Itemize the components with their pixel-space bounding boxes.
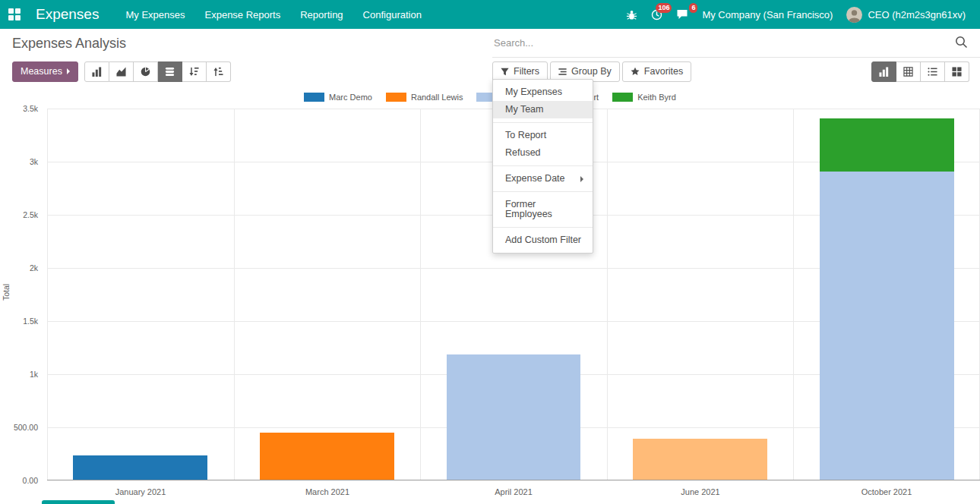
legend-item-keith-byrd[interactable]: Keith Byrd [612, 93, 676, 102]
graph-view: Marc DemoRandall LewisrtKeith Byrd Total… [0, 85, 980, 504]
gridline-vertical [47, 109, 48, 480]
gridline-vertical [607, 109, 608, 480]
y-axis-label: 2k [0, 263, 43, 272]
chart-bar-chart-button[interactable] [84, 61, 109, 82]
x-axis-label: June 2021 [607, 487, 794, 496]
search-bar [492, 29, 980, 58]
legend-label: Marc Demo [329, 93, 372, 102]
bar-october-2021[interactable] [820, 172, 954, 480]
group-by-button-label: Group By [571, 66, 612, 77]
filters-menu-item-add-custom-filter[interactable]: Add Custom Filter [493, 232, 593, 249]
legend-item-randall-lewis[interactable]: Randall Lewis [386, 93, 463, 102]
graph-icon [879, 67, 889, 77]
measures-button[interactable]: Measures [12, 61, 78, 82]
graph-toolbar: Measures [12, 61, 492, 82]
filters-menu-item-to-report[interactable]: To Report [493, 127, 593, 144]
company-switcher[interactable]: My Company (San Francisco) [695, 0, 839, 29]
chart-legend: Marc DemoRandall LewisrtKeith Byrd [0, 93, 980, 102]
menu-item-label: Refused [505, 148, 541, 158]
bar-april-2021[interactable] [447, 354, 581, 480]
favorites-button-label: Favorites [644, 66, 683, 77]
menu-item-label: Expense Date [505, 174, 565, 184]
legend-swatch [386, 93, 406, 102]
user-name: CEO (h2m2s3gn61xv) [868, 9, 966, 20]
chart-area-chart-button[interactable] [109, 61, 134, 82]
nav-item-expense-reports[interactable]: Expense Reports [195, 0, 291, 29]
bar-march-2021-randall-lewis[interactable] [260, 433, 394, 480]
area-chart-icon [116, 67, 126, 77]
user-menu[interactable]: CEO (h2m2s3gn61xv) [839, 0, 972, 29]
menu-divider [493, 191, 593, 192]
caret-right-icon [67, 68, 70, 74]
bar-january-2021-marc-demo[interactable] [73, 455, 207, 480]
apps-grid-icon [8, 8, 21, 20]
activities-button[interactable]: 106 [644, 0, 669, 29]
menu-item-label: To Report [505, 131, 546, 140]
x-axis-label: April 2021 [420, 487, 607, 496]
breadcrumb-area: Expenses Analysis [0, 29, 492, 58]
filters-menu-item-my-expenses[interactable]: My Expenses [493, 83, 593, 101]
filters-menu-item-my-team[interactable]: My Team [493, 101, 593, 118]
view-list-button[interactable] [921, 61, 945, 82]
kanban-icon [952, 67, 962, 77]
view-kanban-button[interactable] [945, 61, 969, 82]
x-axis-label: March 2021 [234, 487, 421, 496]
legend-item-marc-demo[interactable]: Marc Demo [304, 93, 372, 102]
debug-bug-button[interactable] [619, 0, 644, 29]
chart-stacked-button[interactable] [158, 61, 182, 82]
star-icon [631, 67, 640, 76]
chat-bubble-icon [676, 8, 688, 20]
y-axis-title: Total [2, 279, 11, 305]
menu-item-label: Former Employees [505, 200, 583, 219]
bar-june-2021-rt[interactable] [633, 439, 767, 480]
nav-item-configuration[interactable]: Configuration [353, 0, 432, 29]
gridline-vertical [420, 109, 421, 480]
submenu-arrow-icon [580, 176, 583, 182]
legend-swatch [612, 93, 633, 102]
page-title: Expenses Analysis [12, 36, 126, 52]
chart-pie-chart-button[interactable] [134, 61, 158, 82]
y-axis-label: 2.5k [0, 210, 43, 219]
filters-menu-item-former-employees[interactable]: Former Employees [493, 196, 593, 223]
search-input[interactable] [494, 37, 953, 49]
view-pivot-button[interactable] [896, 61, 921, 82]
pie-chart-icon [141, 67, 150, 77]
filters-button-label: Filters [514, 66, 539, 77]
search-button[interactable] [953, 34, 969, 52]
pivot-icon [903, 67, 913, 77]
list-icon [928, 67, 937, 77]
menu-item-label: Add Custom Filter [505, 235, 581, 245]
measures-button-label: Measures [21, 66, 62, 77]
view-graph-button[interactable] [871, 61, 896, 82]
avatar [846, 7, 862, 23]
legend-label: Randall Lewis [411, 93, 463, 102]
apps-menu-button[interactable] [0, 0, 29, 29]
menu-divider [493, 165, 593, 166]
top-nav-menu: My Expenses Expense Reports Reporting Co… [115, 0, 431, 29]
nav-item-my-expenses[interactable]: My Expenses [115, 0, 194, 29]
messages-button[interactable]: 6 [669, 0, 695, 29]
search-icon [955, 36, 968, 51]
control-panel-row-top: Expenses Analysis [0, 29, 980, 58]
stacked-icon [165, 67, 175, 77]
filters-menu-item-refused[interactable]: Refused [493, 144, 593, 162]
y-axis-label: 0.00 [0, 476, 43, 485]
chart-sort-asc-button[interactable] [207, 61, 231, 82]
systray: 106 6 My Company (San Francisco) CEO (h2… [619, 0, 972, 29]
bottom-left-strip [42, 500, 115, 504]
gridline-vertical [793, 109, 794, 480]
app-name[interactable]: Expenses [36, 6, 99, 23]
legend-label: Keith Byrd [637, 93, 676, 102]
bar-october-2021-keith-byrd[interactable] [820, 118, 954, 172]
company-name: My Company (San Francisco) [702, 9, 833, 20]
view-switcher-area [871, 61, 969, 82]
legend-swatch [304, 93, 324, 102]
chart-sort-desc-button[interactable] [182, 61, 207, 82]
sort-asc-icon [213, 67, 223, 77]
nav-item-reporting[interactable]: Reporting [290, 0, 352, 29]
chart-type-button-group [84, 61, 231, 82]
favorites-button[interactable]: Favorites [622, 61, 691, 82]
filters-menu-item-expense-date[interactable]: Expense Date [493, 170, 593, 187]
y-axis-label: 3.5k [0, 104, 43, 113]
top-nav-bar: Expenses My Expenses Expense Reports Rep… [0, 0, 980, 29]
